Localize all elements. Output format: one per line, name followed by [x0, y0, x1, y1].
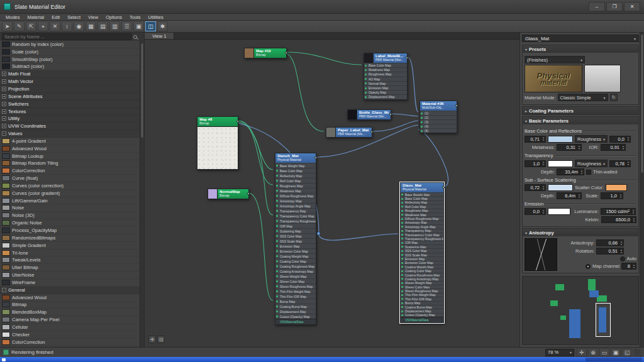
output-socket[interactable] — [455, 104, 458, 107]
node-header[interactable]: Label_MutelB...PBR Material [Met... — [374, 53, 407, 63]
start-button[interactable] — [2, 358, 6, 361]
input-slot[interactable]: Sheen Roughness Map — [275, 283, 316, 288]
node-bottle-glass-mat[interactable]: Bottle_Glass_MatPBR Material [Me... — [347, 109, 391, 120]
rollout-presets-header[interactable]: Presets — [523, 45, 638, 53]
expand-toggle-icon[interactable]: + — [2, 124, 6, 128]
browser-item-colorcorrection[interactable]: ColorCorrection — [0, 167, 140, 175]
browser-group-uvw-coordinates[interactable]: +UVW Coordinates — [0, 123, 140, 130]
input-slot[interactable]: Base Weight Map — [275, 163, 316, 168]
anisotropy-spinner[interactable]: 0,66 — [596, 239, 624, 246]
node-header[interactable]: Bottle_Glass_MatPBR Material [Me... — [357, 110, 391, 119]
input-slot[interactable]: Coating Color Map — [275, 258, 316, 263]
input-slot[interactable]: Coating Anisotropy Map — [275, 268, 316, 273]
search-input[interactable] — [2, 33, 131, 40]
browser-item-curve-float-[interactable]: Curve (float) — [0, 175, 140, 182]
browser-item-noise-3d-[interactable]: Noise (3D) — [0, 212, 140, 219]
output-socket[interactable] — [236, 120, 239, 123]
browser-item-camera-map-per-pixel[interactable]: Camera Map Per Pixel — [0, 316, 140, 324]
hide-unused-nodeslots-button[interactable]: ◫ — [145, 21, 156, 31]
browser-item-cellular[interactable]: Cellular — [0, 324, 140, 331]
browser-group-math-vector[interactable]: +Math Vector — [0, 78, 140, 85]
input-slot[interactable]: Transparency Map — [275, 208, 316, 213]
browser-item-simple-gradient[interactable]: Simple Gradient — [0, 242, 140, 250]
input-slot[interactable]: Thin Film Weight Map — [275, 288, 316, 293]
input-slot[interactable]: Anisotropy Map — [275, 198, 316, 203]
node-header[interactable]: Paper_Label_MatPBR Material [Me... — [336, 128, 372, 137]
kelvin-spinner[interactable]: 6500,0 — [601, 216, 636, 223]
expand-toggle-icon[interactable]: + — [2, 102, 6, 106]
luminance-spinner[interactable]: 1500 cd/m² — [601, 208, 636, 215]
scatter-color-swatch[interactable] — [606, 184, 627, 191]
browser-group-utility[interactable]: +Utility — [0, 115, 140, 123]
emission-weight-spinner[interactable]: 0,0 — [525, 208, 546, 215]
output-socket[interactable] — [389, 113, 392, 116]
map-channel-radio[interactable] — [586, 264, 591, 269]
refresh-preview-button[interactable]: ↻ — [610, 94, 618, 101]
delete-selected-button[interactable]: ✕ — [50, 21, 60, 31]
ior-spinner[interactable]: 0,91 — [601, 144, 626, 151]
input-slot[interactable]: (3) — [420, 119, 457, 124]
pan-tool-icon[interactable]: ✛ — [577, 348, 587, 356]
input-slot[interactable]: Metalness Map — [275, 188, 316, 193]
browser-item-tri-tone[interactable]: Tri-tone — [0, 250, 140, 257]
connection-wire[interactable] — [418, 129, 448, 187]
parameter-editor-scrollbar[interactable] — [640, 33, 644, 347]
connection-wire[interactable] — [408, 57, 418, 112]
input-slot[interactable]: Scattering Map — [275, 228, 316, 233]
browser-item-smoothstep-color-[interactable]: SmoothStep (color) — [0, 56, 140, 63]
browser-item-noise[interactable]: Noise — [0, 205, 140, 212]
expand-toggle-icon[interactable]: + — [2, 79, 6, 84]
connection-wire[interactable] — [238, 123, 398, 240]
browser-item-tweak-levels[interactable]: Tweak/Levels — [0, 256, 140, 264]
node-glass-mat[interactable]: Glass_MatPhysical MaterialBase Weight Ma… — [400, 182, 444, 323]
output-socket[interactable] — [370, 131, 373, 133]
input-slot[interactable]: Opacity Map — [364, 90, 407, 94]
transparency-roughness-spinner[interactable]: 0,78 — [609, 160, 631, 167]
input-slot[interactable]: Coating Bump Map — [275, 304, 316, 309]
material-name-select[interactable]: Glass_Mat ▾ — [522, 35, 639, 42]
rotation-spinner[interactable]: 0,51 — [596, 248, 624, 255]
browser-group-math-float[interactable]: +Math Float — [0, 70, 140, 78]
map-channel-spinner[interactable]: 8 — [621, 263, 636, 270]
browser-item-random-by-index-color-[interactable]: Random by Index (color) — [0, 41, 140, 48]
browser-item-colorcorrection[interactable]: ColorCorrection — [0, 339, 140, 346]
connection-wire[interactable] — [391, 114, 418, 116]
input-slot[interactable]: (5) — [420, 128, 457, 133]
thin-walled-checkbox[interactable] — [586, 170, 591, 175]
node-map8[interactable]: Map #8Bitmap — [197, 116, 238, 170]
parameter-editor-scrollbar-thumb[interactable] — [641, 35, 643, 173]
connection-wire[interactable] — [287, 53, 324, 131]
node-graph[interactable]: Map #10BitmapMap #8BitmapNormalMapBitmap… — [145, 40, 519, 347]
input-slot[interactable]: Thin Film IOR Map — [275, 293, 316, 299]
browser-item-process-opacitymap[interactable]: Process_OpacityMap — [0, 227, 140, 234]
browser-item-randomizedbitmaps[interactable]: RandomizedBitmaps — [0, 234, 140, 242]
browser-item-ubernoise[interactable]: UberNoise — [0, 272, 140, 279]
node-stench-mat[interactable]: Stench_MatPhysical MaterialBase Weight M… — [275, 153, 316, 325]
input-slot[interactable]: (4) — [420, 124, 457, 128]
base-roughness-mode-select[interactable]: Roughness▾ — [575, 135, 608, 143]
browser-group-textures[interactable]: +Textures — [0, 108, 140, 116]
browser-group-switchers[interactable]: +Switchers — [0, 101, 140, 108]
menu-options[interactable]: Options — [102, 14, 126, 20]
node-material36[interactable]: Material #36Multi/Sub-Obj...(1)(2)(3)(4)… — [419, 101, 457, 133]
finishes-select[interactable]: (Finishes) ▾ — [525, 56, 585, 63]
input-slot[interactable]: Cutout (Opacity) Map — [401, 313, 443, 317]
browser-item-curves-color-correction-[interactable]: Curves (color correction) — [0, 182, 140, 190]
output-socket[interactable] — [314, 156, 317, 159]
zoom-region-tool-icon[interactable]: ▭ — [599, 348, 609, 356]
base-roughness-spinner[interactable]: 0,0 — [609, 136, 631, 143]
menu-view[interactable]: View — [84, 14, 102, 20]
input-slot[interactable]: Refl Color Map — [275, 178, 316, 183]
input-slot[interactable]: SSS Scale Map — [275, 238, 316, 243]
mini-pan-button[interactable]: ✛ — [148, 336, 156, 343]
input-slot[interactable]: (1) — [420, 111, 457, 115]
close-button[interactable]: ✕ — [624, 2, 640, 11]
emission-color-swatch[interactable] — [548, 208, 570, 215]
browser-item-blendedboxmap[interactable]: BlendedBoxMap — [0, 309, 140, 316]
expand-toggle-icon[interactable]: + — [2, 87, 6, 91]
browser-group-projection[interactable]: +Projection — [0, 85, 140, 93]
input-slot[interactable]: Normal Map — [364, 81, 407, 85]
pick-material-from-object-button[interactable]: ✎ — [14, 21, 25, 31]
lay-out-all-button[interactable]: ▤ — [97, 21, 108, 31]
node-map10[interactable]: Map #10Bitmap — [244, 48, 287, 58]
